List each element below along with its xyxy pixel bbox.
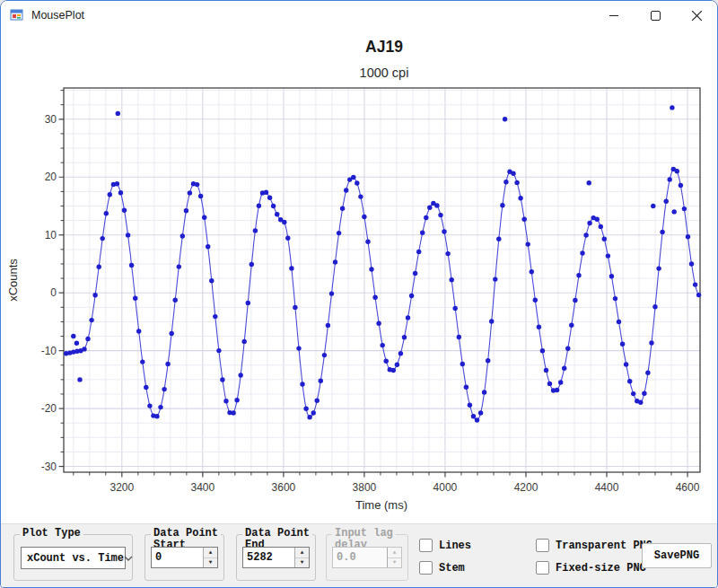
control-panel: Plot Type xCount vs. Time Data Point Sta…	[1, 523, 717, 587]
svg-text:4600: 4600	[676, 481, 700, 494]
spinner-up-icon[interactable]: ▲	[295, 548, 309, 558]
close-icon[interactable]	[676, 1, 717, 30]
svg-text:10: 10	[45, 229, 57, 241]
svg-text:3200: 3200	[109, 481, 134, 494]
plot-type-label: Plot Type	[20, 528, 83, 540]
svg-text:20: 20	[45, 171, 57, 183]
y-axis-label: xCounts	[6, 259, 20, 302]
spinner-down-icon[interactable]: ▼	[204, 558, 217, 568]
stem-checkbox-label: Stem	[439, 562, 465, 575]
window-title: MousePlot	[31, 9, 84, 22]
plot-border	[64, 88, 700, 472]
plot-type-group: Plot Type xCount vs. Time	[13, 534, 133, 581]
mouseplot-window: MousePlot 320034003600380040004200440046…	[0, 0, 718, 588]
data-point-start-spinner[interactable]: ▲ ▼	[203, 548, 217, 567]
save-png-button[interactable]: SavePNG	[642, 543, 712, 568]
transparent-png-checkbox-label: Transparent PNG	[556, 540, 652, 552]
fixed-size-png-checkbox[interactable]	[536, 561, 549, 575]
fixed-size-png-checkbox-row: Fixed-size PNG	[536, 561, 646, 575]
svg-text:-30: -30	[41, 461, 57, 473]
fixed-size-png-checkbox-label: Fixed-size PNG	[556, 562, 646, 575]
transparent-png-checkbox[interactable]	[536, 539, 549, 552]
stem-checkbox-row: Stem	[419, 561, 465, 575]
svg-text:3800: 3800	[353, 481, 377, 494]
svg-text:4400: 4400	[595, 481, 619, 494]
spinner-up-icon[interactable]: ▲	[204, 548, 217, 558]
data-point-end-group: Data Point End 5282 ▲ ▼	[236, 534, 316, 581]
svg-text:3600: 3600	[272, 481, 296, 494]
chart-canvas: 32003400360038004000420044004600-30-20-1…	[1, 30, 718, 526]
minimize-icon[interactable]	[593, 1, 635, 30]
spinner-down-icon: ▼	[388, 558, 401, 568]
input-lag-label: Input lag	[332, 528, 396, 540]
spinner-up-icon: ▲	[388, 548, 401, 558]
title-bar[interactable]: MousePlot	[1, 1, 717, 30]
x-axis-label: Time (ms)	[355, 498, 407, 512]
input-lag-spinner: ▲ ▼	[387, 548, 401, 567]
transparent-png-checkbox-row: Transparent PNG	[536, 539, 652, 552]
axis-ticks: 32003400360038004000420044004600-30-20-1…	[41, 91, 700, 494]
data-point-end-input[interactable]: 5282 ▲ ▼	[242, 547, 310, 568]
data-point-start-label: Data Point	[151, 528, 221, 540]
spinner-down-icon[interactable]: ▼	[295, 558, 309, 568]
app-window-icon	[10, 8, 24, 22]
chart-subtitle: 1000 cpi	[360, 66, 409, 80]
data-point-end-spinner[interactable]: ▲ ▼	[294, 548, 309, 567]
data-point-end-label: Data Point	[242, 528, 312, 540]
svg-text:4000: 4000	[433, 481, 458, 494]
svg-text:-10: -10	[41, 345, 57, 357]
maximize-icon[interactable]	[635, 1, 676, 30]
svg-text:4200: 4200	[514, 481, 538, 494]
stem-checkbox[interactable]	[419, 561, 433, 575]
plot-type-combobox[interactable]: xCount vs. Time	[21, 547, 126, 569]
lines-checkbox[interactable]	[419, 539, 433, 552]
svg-text:3400: 3400	[191, 481, 215, 494]
chart-plot: 32003400360038004000420044004600-30-20-1…	[1, 30, 718, 526]
chevron-down-icon	[124, 552, 133, 565]
data-point-start-group: Data Point Start 0 ▲ ▼	[144, 534, 224, 581]
input-lag-input: 0.0 ▲ ▼	[332, 547, 402, 568]
svg-text:0: 0	[50, 286, 57, 299]
data-point-start-input[interactable]: 0 ▲ ▼	[151, 547, 218, 568]
grid-lines	[64, 88, 700, 472]
input-lag-group: Input lag delay 0.0 ▲ ▼	[326, 534, 408, 581]
svg-text:30: 30	[45, 113, 57, 126]
lines-checkbox-row: Lines	[419, 539, 471, 552]
chart-title: AJ19	[365, 38, 403, 56]
lines-checkbox-label: Lines	[439, 540, 471, 552]
svg-text:-20: -20	[41, 402, 57, 415]
